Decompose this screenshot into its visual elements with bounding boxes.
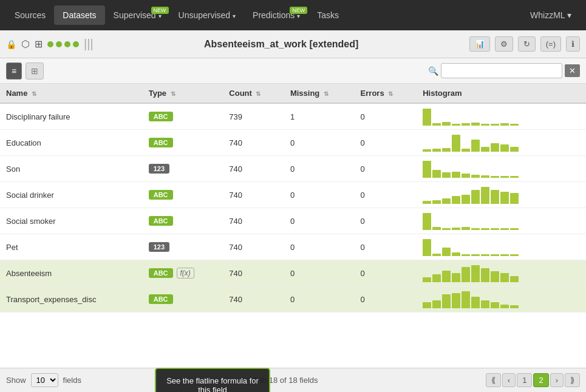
field-name: Disciplinary failure [0, 103, 143, 130]
grid-view-btn[interactable]: ⊞ [26, 63, 44, 79]
supervised-badge: NEW [151, 7, 169, 14]
table-row: EducationABC74000 [0, 130, 586, 156]
nav-datasets[interactable]: Datasets [54, 5, 104, 25]
field-count: 739 [223, 103, 284, 130]
dot-1 [47, 41, 53, 47]
lock-icon: 🔒 [6, 39, 16, 49]
table-wrapper: Name ⇅ Type ⇅ Count ⇅ Missing ⇅ Errors ⇅… [0, 84, 586, 368]
info-btn[interactable]: ℹ [566, 36, 580, 52]
field-name: Social drinker [0, 182, 143, 208]
field-errors: 0 [355, 156, 417, 182]
first-page-btn[interactable]: ⟪ [486, 373, 501, 387]
field-histogram [417, 208, 586, 234]
whizzml-button[interactable]: WhizzML ▾ [522, 5, 580, 25]
col-count[interactable]: Count ⇅ [223, 84, 284, 103]
field-histogram [417, 156, 586, 182]
star-icon[interactable]: ⊞ [35, 38, 43, 50]
field-type: ABC [143, 286, 223, 313]
nav-unsupervised[interactable]: Unsupervised ▾ [170, 5, 245, 25]
toolbar-actions: 📊 ⚙ ↻ (=) ℹ [469, 36, 580, 52]
table-row: Disciplinary failureABC73910 [0, 103, 586, 130]
dataset-title: Absenteeism_at_work [extended] [98, 39, 465, 50]
field-type: 123 [143, 156, 223, 182]
show-label: Show [6, 376, 26, 385]
dataset-toolbar: 🔒 ⬡ ⊞ ||| Absenteeism_at_work [extended]… [0, 30, 586, 58]
nav-tasks[interactable]: Tasks [308, 5, 347, 25]
field-missing: 0 [284, 208, 355, 234]
field-name: Absenteeism [0, 260, 143, 286]
search-icon: 🔍 [428, 66, 438, 76]
field-count: 740 [223, 286, 284, 313]
settings-btn[interactable]: ⚙ [495, 36, 513, 52]
field-errors: 0 [355, 208, 417, 234]
field-histogram [417, 286, 586, 313]
col-missing[interactable]: Missing ⇅ [284, 84, 355, 103]
field-name: Pet [0, 234, 143, 260]
refresh-btn[interactable]: ↻ [518, 36, 536, 52]
view-toolbar: ≡ ⊞ 🔍 ✕ [0, 58, 586, 84]
field-count: 740 [223, 208, 284, 234]
dot-2 [56, 41, 62, 47]
table-row: Social smokerABC74000 [0, 208, 586, 234]
field-histogram [417, 260, 586, 286]
dataset-icon[interactable]: ⬡ [21, 38, 30, 50]
table-row: Social drinkerABC74000 [0, 182, 586, 208]
field-count: 740 [223, 156, 284, 182]
table-row: AbsenteeismABCf(x)74000 [0, 260, 586, 286]
dot-4 [73, 41, 79, 47]
field-type: ABC [143, 103, 223, 130]
show-count-select[interactable]: 10 20 50 [31, 373, 58, 387]
field-name: Social smoker [0, 208, 143, 234]
field-type: ABC [143, 130, 223, 156]
field-histogram [417, 130, 586, 156]
search-container: 🔍 ✕ [428, 63, 580, 78]
field-errors: 0 [355, 260, 417, 286]
field-missing: 0 [284, 130, 355, 156]
nav-sources[interactable]: Sources [6, 5, 54, 25]
col-histogram: Histogram [417, 84, 586, 103]
chart-btn[interactable]: 📊 [469, 36, 490, 52]
nav-predictions[interactable]: Predictions NEW ▾ [244, 5, 308, 25]
unsupervised-arrow: ▾ [233, 13, 236, 19]
search-input[interactable] [441, 63, 562, 78]
next-page-btn[interactable]: › [550, 373, 564, 387]
field-count: 740 [223, 130, 284, 156]
predictions-badge: NEW [290, 7, 307, 14]
field-missing: 0 [284, 182, 355, 208]
fields-table: Name ⇅ Type ⇅ Count ⇅ Missing ⇅ Errors ⇅… [0, 84, 586, 368]
col-errors[interactable]: Errors ⇅ [355, 84, 417, 103]
page-1-btn[interactable]: 1 [517, 373, 532, 387]
fields-label: fields [63, 376, 81, 385]
field-count: 740 [223, 234, 284, 260]
col-type[interactable]: Type ⇅ [143, 84, 223, 103]
field-missing: 0 [284, 260, 355, 286]
field-name: Transport_expenses_disc [0, 286, 143, 313]
bottom-bar: Show 10 20 50 fields 11 to 18 of 18 fiel… [0, 368, 586, 392]
field-name: Education [0, 130, 143, 156]
pagination-info: 11 to 18 of 18 fields [86, 376, 481, 385]
field-type: ABCf(x) [143, 260, 223, 286]
field-errors: 0 [355, 286, 417, 313]
field-missing: 0 [284, 286, 355, 313]
page-2-btn[interactable]: 2 [533, 373, 548, 387]
field-errors: 0 [355, 182, 417, 208]
last-page-btn[interactable]: ⟫ [565, 373, 580, 387]
list-view-btn[interactable]: ≡ [6, 63, 22, 79]
table-row: Pet12374000 [0, 234, 586, 260]
formula-badge[interactable]: f(x) [177, 268, 194, 279]
field-errors: 0 [355, 130, 417, 156]
bars-icon: ||| [84, 37, 94, 51]
pagination-controls: ⟪ ‹ 1 2 › ⟫ [486, 373, 580, 387]
top-navigation: Sources Datasets Supervised NEW ▾ Unsupe… [0, 0, 586, 30]
merge-btn[interactable]: (=) [540, 36, 561, 52]
search-clear-btn[interactable]: ✕ [565, 64, 580, 77]
col-name[interactable]: Name ⇅ [0, 84, 143, 103]
status-dots [47, 41, 79, 47]
field-count: 740 [223, 182, 284, 208]
prev-page-btn[interactable]: ‹ [502, 373, 516, 387]
field-missing: 0 [284, 234, 355, 260]
field-missing: 1 [284, 103, 355, 130]
dot-3 [64, 41, 70, 47]
field-errors: 0 [355, 234, 417, 260]
nav-supervised[interactable]: Supervised NEW ▾ [105, 5, 170, 25]
